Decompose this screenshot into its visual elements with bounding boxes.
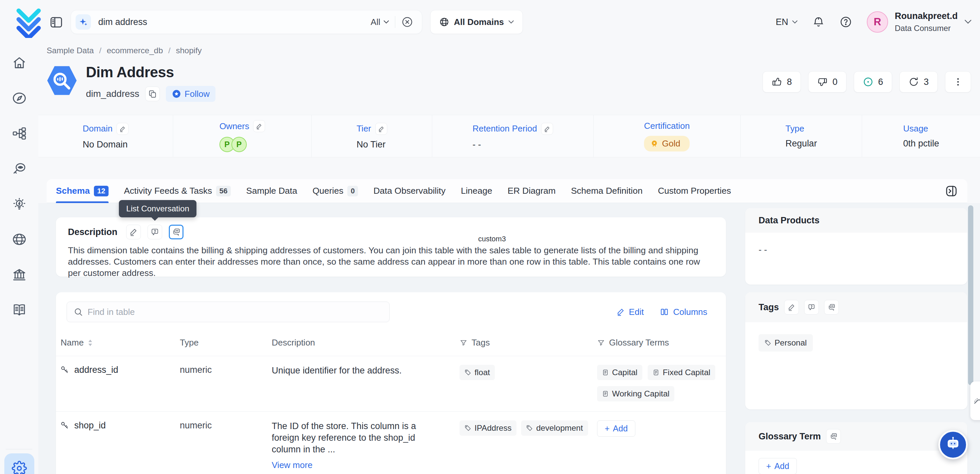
owner-avatar[interactable]: P [231, 137, 247, 152]
user-menu[interactable]: R Rounakpreet.d Data Consumer [867, 11, 972, 33]
all-domains-button[interactable]: All Domains [430, 10, 523, 34]
tag-pill[interactable]: float [460, 365, 495, 380]
search-icon [73, 307, 83, 317]
edge-flyout-tab[interactable] [970, 382, 980, 420]
follow-button[interactable]: Follow [166, 86, 215, 102]
column-header-tags[interactable]: Tags [460, 337, 597, 348]
copy-name-button[interactable] [145, 87, 160, 101]
sort-icon[interactable] [88, 339, 93, 347]
term-icon [602, 390, 609, 397]
edit-table-button[interactable]: Edit [616, 307, 644, 317]
language-selector[interactable]: EN [776, 17, 797, 27]
columns-button[interactable]: Columns [660, 307, 707, 317]
view-more-link[interactable]: View more [272, 460, 433, 471]
nav-governance-bank-icon[interactable] [12, 267, 27, 282]
tab-custom-properties[interactable]: Custom Properties [658, 179, 731, 203]
certification-value: Gold [662, 138, 680, 149]
breadcrumb-separator: / [99, 46, 102, 55]
downvote-button[interactable]: 0 [808, 71, 846, 92]
breadcrumb-schema[interactable]: shopify [176, 46, 202, 55]
topbar-right: EN R Rounakpreet.d [776, 0, 972, 44]
comment-question-icon [808, 303, 816, 311]
refresh-icon [908, 76, 919, 87]
nav-observability-icon[interactable] [12, 161, 27, 177]
tab-lineage[interactable]: Lineage [461, 179, 492, 203]
refresh-history-button[interactable]: 3 [899, 71, 938, 92]
pencil-icon [129, 227, 138, 236]
list-conversation-button[interactable] [169, 225, 183, 239]
edit-owners-button[interactable] [253, 120, 265, 132]
column-name-cell[interactable]: address_id [56, 365, 180, 375]
add-glossary-term-button[interactable]: + Add [759, 458, 797, 474]
clear-search-icon[interactable] [401, 16, 413, 28]
notifications-bell-icon[interactable] [812, 16, 825, 28]
tag-pill[interactable]: IPAddress [460, 420, 517, 436]
glossary-term-title: Glossary Term [759, 431, 821, 442]
tags-header: Tags [745, 292, 967, 322]
description-question-comment-button[interactable] [148, 225, 162, 239]
upvote-button[interactable]: 8 [762, 71, 801, 92]
tab-data-observability[interactable]: Data Observability [373, 179, 445, 203]
tags-question-comment-button[interactable] [804, 300, 819, 315]
views-button[interactable]: 6 [854, 71, 892, 92]
tab-activity-feeds[interactable]: Activity Feeds & Tasks 56 [124, 179, 231, 203]
column-header-name[interactable]: Name [56, 337, 180, 348]
edit-retention-button[interactable] [541, 123, 553, 135]
nav-discover-compass-icon[interactable] [12, 91, 27, 106]
nav-insights-bulb-icon[interactable] [12, 196, 27, 212]
page-title: Dim Address [86, 64, 174, 81]
tags-conversation-button[interactable] [824, 300, 839, 315]
column-header-glossary[interactable]: Glossary Terms [597, 337, 726, 348]
nav-glossary-book-icon[interactable] [12, 302, 27, 318]
global-search-bar[interactable]: All [71, 10, 422, 34]
nav-settings-active[interactable] [4, 453, 34, 474]
edit-description-button[interactable] [126, 225, 141, 239]
column-description: The ID of the store. This column is a fo… [272, 420, 433, 471]
find-in-table-input[interactable] [88, 307, 383, 317]
tab-er-diagram[interactable]: ER Diagram [508, 179, 555, 203]
filter-icon[interactable] [460, 339, 468, 347]
column-header-description[interactable]: Description [272, 337, 460, 348]
search-input[interactable] [98, 17, 371, 27]
tab-sample-data[interactable]: Sample Data [246, 179, 297, 203]
vertical-scrollbar-thumb[interactable] [968, 205, 973, 385]
glossary-conversation-button[interactable] [826, 429, 841, 444]
tab-schema-definition[interactable]: Schema Definition [571, 179, 643, 203]
sidebar-toggle-icon[interactable] [49, 15, 63, 29]
tab-queries[interactable]: Queries 0 [312, 179, 358, 203]
find-in-table-field[interactable] [67, 302, 390, 322]
column-name: address_id [74, 365, 118, 375]
domain-label: Domain [83, 124, 113, 134]
nav-web-globe-icon[interactable] [12, 232, 27, 247]
owner-avatars[interactable]: P P [220, 137, 266, 152]
table-row[interactable]: address_id numeric Unique identifier for… [56, 356, 726, 412]
table-row[interactable]: shop_id numeric The ID of the store. Thi… [56, 412, 726, 474]
help-icon[interactable] [840, 16, 852, 28]
glossary-term-pill[interactable]: Fixed Capital [648, 365, 715, 380]
column-header-type[interactable]: Type [180, 337, 272, 348]
nav-home-icon[interactable] [12, 55, 27, 71]
nav-lineage-icon[interactable] [12, 126, 27, 141]
tag-pill[interactable]: development [521, 420, 588, 436]
tooltip-text: List Conversation [126, 204, 189, 213]
edit-tier-button[interactable] [375, 123, 387, 135]
breadcrumb-connection[interactable]: Sample Data [47, 46, 94, 55]
glossary-term-pill[interactable]: Capital [597, 365, 642, 380]
breadcrumb-database[interactable]: ecommerce_db [107, 46, 163, 55]
filter-icon[interactable] [597, 339, 605, 347]
certification-badge[interactable]: Gold [644, 136, 690, 151]
column-name-cell[interactable]: shop_id [56, 420, 180, 431]
glossary-term-pill[interactable]: Working Capital [597, 386, 674, 401]
chatbot-button[interactable] [939, 430, 968, 460]
tag-pill[interactable]: Personal [759, 334, 813, 352]
edit-domain-button[interactable] [116, 123, 129, 135]
more-actions-button[interactable] [945, 71, 971, 92]
pencil-icon [788, 303, 795, 311]
search-scope-dropdown[interactable]: All [371, 17, 389, 27]
tab-schema[interactable]: Schema 12 [56, 179, 108, 203]
add-glossary-term-button[interactable]: + Add [597, 420, 635, 437]
atlan-logo-icon[interactable] [13, 6, 45, 38]
tags-body: Personal [745, 322, 967, 364]
edit-tags-button[interactable] [784, 300, 799, 315]
collapse-panel-icon[interactable] [945, 185, 958, 198]
